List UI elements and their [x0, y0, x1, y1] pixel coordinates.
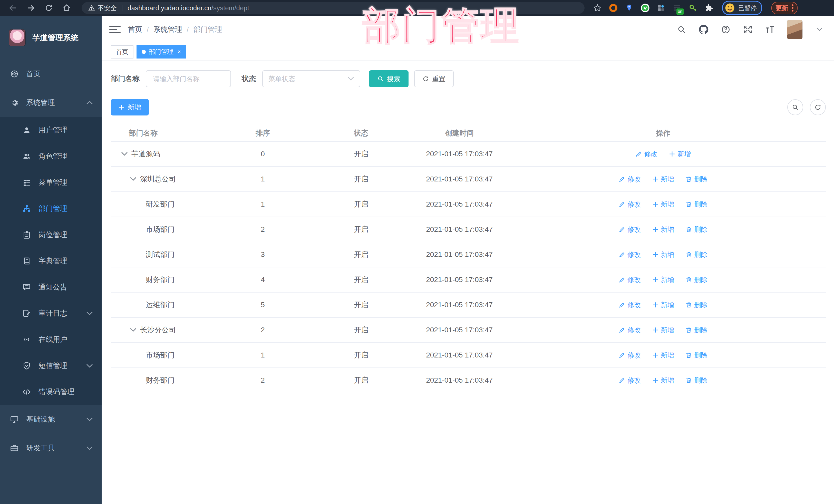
- sidebar-item-dicts[interactable]: 字典管理: [0, 248, 102, 274]
- delete-link[interactable]: 删除: [685, 275, 707, 284]
- edit-link[interactable]: 修改: [619, 175, 641, 184]
- dashboard-icon: [10, 70, 19, 78]
- browser-extensions: on 已暂停 更新: [592, 1, 797, 15]
- sidebar-item-error-codes[interactable]: 错误码管理: [0, 379, 102, 405]
- extension-key-icon[interactable]: [688, 3, 698, 13]
- user-avatar[interactable]: [787, 20, 803, 39]
- extensions-puzzle-icon[interactable]: [704, 3, 714, 13]
- browser-home-icon[interactable]: [60, 2, 74, 14]
- add-child-link[interactable]: 新增: [652, 200, 674, 209]
- delete-link[interactable]: 删除: [685, 200, 707, 209]
- breadcrumb: 首页 / 系统管理 / 部门管理: [128, 25, 222, 35]
- filter-form: 部门名称 状态 菜单状态 搜索 重置: [111, 70, 826, 87]
- user-menu-caret-icon[interactable]: [814, 24, 825, 35]
- sidebar-item-infrastructure[interactable]: 基础设施: [0, 405, 102, 434]
- add-child-link[interactable]: 新增: [669, 150, 691, 159]
- browser-profile-chip[interactable]: 已暂停: [722, 1, 762, 15]
- sidebar-item-home[interactable]: 首页: [0, 60, 102, 88]
- add-child-link[interactable]: 新增: [652, 326, 674, 335]
- breadcrumb-system[interactable]: 系统管理: [153, 25, 182, 35]
- address-bar[interactable]: 不安全 dashboard.yudao.iocoder.cn/system/de…: [82, 2, 585, 14]
- delete-link[interactable]: 删除: [685, 351, 707, 360]
- delete-link[interactable]: 删除: [685, 175, 707, 184]
- edit-link[interactable]: 修改: [619, 351, 641, 360]
- edit-link[interactable]: 修改: [619, 376, 641, 385]
- dept-name-input[interactable]: [146, 70, 231, 87]
- add-child-link[interactable]: 新增: [652, 376, 674, 385]
- edit-link[interactable]: 修改: [619, 275, 641, 284]
- browser-forward-icon[interactable]: [24, 2, 38, 14]
- collapse-menu-icon[interactable]: [109, 24, 120, 35]
- reset-button[interactable]: 重置: [414, 70, 454, 87]
- extension-on-badge-icon[interactable]: on: [672, 3, 682, 13]
- browser-reload-icon[interactable]: [42, 2, 56, 14]
- refresh-table-button[interactable]: [810, 99, 826, 115]
- github-icon[interactable]: [699, 24, 709, 35]
- add-child-link[interactable]: 新增: [652, 175, 674, 184]
- sidebar-item-departments[interactable]: 部门管理: [0, 196, 102, 222]
- sidebar-item-system[interactable]: 系统管理: [0, 88, 102, 117]
- sidebar-item-online-users[interactable]: 在线用户: [0, 326, 102, 353]
- fullscreen-icon[interactable]: [743, 24, 753, 35]
- app-logo-row[interactable]: 芋道管理系统: [0, 16, 102, 60]
- extension-pin-icon[interactable]: [624, 3, 634, 13]
- edit-link[interactable]: 修改: [619, 200, 641, 209]
- breadcrumb-home[interactable]: 首页: [128, 25, 142, 35]
- toggle-search-button[interactable]: [787, 99, 803, 115]
- sidebar-item-notices[interactable]: 通知公告: [0, 274, 102, 300]
- edit-link[interactable]: 修改: [619, 250, 641, 259]
- sidebar-item-roles[interactable]: 角色管理: [0, 143, 102, 169]
- status-select[interactable]: 菜单状态: [262, 70, 360, 87]
- font-size-icon[interactable]: [765, 24, 775, 35]
- extension-grid-icon[interactable]: [656, 3, 666, 13]
- dept-name: 研发部门: [146, 199, 175, 209]
- pencil-icon: [619, 352, 626, 358]
- sidebar-item-users[interactable]: 用户管理: [0, 117, 102, 143]
- browser-menu-icon[interactable]: [792, 4, 793, 12]
- sidebar-item-posts[interactable]: 岗位管理: [0, 222, 102, 248]
- plus-icon: [669, 151, 675, 157]
- site-security-indicator[interactable]: 不安全: [88, 4, 117, 12]
- sidebar-item-menus[interactable]: 菜单管理: [0, 169, 102, 196]
- delete-link[interactable]: 删除: [685, 376, 707, 385]
- header-search-icon[interactable]: [676, 24, 687, 35]
- expand-chevron-icon[interactable]: [130, 176, 136, 182]
- plus-icon: [652, 302, 659, 308]
- delete-link[interactable]: 删除: [685, 250, 707, 259]
- pencil-icon: [619, 226, 626, 233]
- bookmark-star-icon[interactable]: [592, 3, 602, 13]
- extension-orange-icon[interactable]: [608, 3, 618, 13]
- edit-link[interactable]: 修改: [619, 301, 641, 309]
- tab-dept-management[interactable]: 部门管理 ×: [136, 45, 186, 59]
- add-child-link[interactable]: 新增: [652, 351, 674, 360]
- delete-link[interactable]: 删除: [685, 301, 707, 309]
- delete-link[interactable]: 删除: [685, 225, 707, 234]
- dept-name: 长沙分公司: [140, 325, 176, 335]
- tab-close-icon[interactable]: ×: [178, 49, 181, 54]
- add-child-link[interactable]: 新增: [652, 301, 674, 309]
- delete-link[interactable]: 删除: [685, 326, 707, 335]
- extension-green-check-icon[interactable]: [640, 3, 650, 13]
- edit-link[interactable]: 修改: [619, 225, 641, 234]
- add-child-link[interactable]: 新增: [652, 250, 674, 259]
- extension-on-badge: on: [676, 8, 684, 15]
- sidebar-item-audit-logs[interactable]: 审计日志: [0, 300, 102, 326]
- expand-chevron-icon[interactable]: [121, 151, 128, 157]
- active-dot: [142, 50, 146, 54]
- browser-back-icon[interactable]: [6, 2, 20, 14]
- sidebar-item-sms[interactable]: 短信管理: [0, 353, 102, 379]
- edit-link[interactable]: 修改: [619, 326, 641, 335]
- sidebar-item-dev-tools[interactable]: 研发工具: [0, 434, 102, 462]
- search-button[interactable]: 搜索: [369, 70, 409, 87]
- expand-chevron-icon[interactable]: [130, 327, 136, 333]
- tab-home[interactable]: 首页: [111, 45, 133, 59]
- edit-link[interactable]: 修改: [635, 150, 657, 159]
- online-signal-icon: [23, 335, 31, 344]
- sidebar-item-label: 首页: [26, 69, 93, 79]
- add-dept-button[interactable]: 新增: [111, 99, 149, 115]
- dept-sort: 1: [222, 351, 304, 359]
- add-child-link[interactable]: 新增: [652, 225, 674, 234]
- add-child-link[interactable]: 新增: [652, 275, 674, 284]
- help-icon[interactable]: [721, 24, 731, 35]
- browser-update-button[interactable]: 更新: [771, 2, 797, 14]
